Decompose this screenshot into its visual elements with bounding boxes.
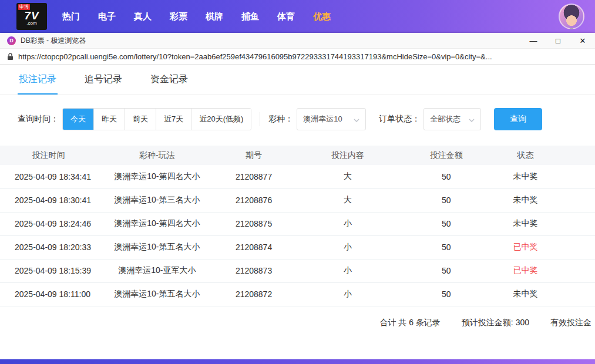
time-filter-button[interactable]: 昨天 (94, 109, 125, 130)
site-logo[interactable]: 申博 7V .com (16, 3, 47, 30)
maximize-button[interactable]: □ (546, 33, 570, 48)
tab[interactable]: 资金记录 (149, 66, 189, 95)
site-header: 申博 7V .com 热门电子真人彩票棋牌捕鱼体育优惠 (0, 0, 595, 33)
logo-text: 7V (24, 11, 39, 21)
column-header: 投注时间 (0, 146, 97, 165)
table-row: 2025-04-09 18:15:39澳洲幸运10-亚军大小21208873小5… (0, 259, 595, 282)
filter-divider (260, 112, 260, 126)
tab[interactable]: 投注记录 (18, 66, 58, 95)
tab[interactable]: 追号记录 (83, 66, 123, 95)
cell-bet-amount: 50 (405, 212, 488, 235)
cell-status: 未中奖 (488, 188, 564, 212)
column-header: 彩种-玩法 (97, 146, 217, 165)
screen: 申博 7V .com 热门电子真人彩票棋牌捕鱼体育优惠 D DB彩票 - 极速浏… (0, 0, 595, 364)
nav-item[interactable]: 棋牌 (206, 11, 223, 22)
cell-bet-time: 2025-04-09 18:20:33 (0, 235, 97, 259)
lottery-select[interactable]: 澳洲幸运10 (297, 108, 366, 130)
search-button[interactable]: 查询 (494, 108, 542, 130)
cell-bet-time: 2025-04-09 18:11:00 (0, 282, 97, 306)
order-status-select[interactable]: 全部状态 (423, 108, 481, 130)
time-filter-button[interactable]: 今天 (63, 109, 94, 130)
cell-status: 未中奖 (488, 212, 564, 235)
user-avatar[interactable] (559, 4, 584, 29)
cell-bet-content: 小 (290, 235, 405, 259)
nav-item[interactable]: 真人 (134, 11, 152, 22)
cell-filler (563, 259, 595, 282)
cell-issue-number: 21208875 (217, 212, 291, 235)
cell-issue-number: 21208872 (217, 282, 291, 306)
browser-window: D DB彩票 - 极速浏览器 — □ ✕ https://ctopcp02pca… (0, 33, 595, 359)
cell-bet-content: 大 (290, 188, 405, 212)
browser-titlebar: D DB彩票 - 极速浏览器 — □ ✕ (0, 33, 595, 49)
table-row: 2025-04-09 18:11:00澳洲幸运10-第五名大小21208872小… (0, 282, 595, 306)
cell-bet-content: 大 (290, 165, 405, 188)
cell-filler (563, 212, 595, 235)
column-header: 期号 (217, 146, 291, 165)
cell-game-play: 澳洲幸运10-第五名大小 (97, 282, 217, 306)
nav-item[interactable]: 优惠 (313, 11, 331, 22)
logo-badge: 申博 (18, 4, 30, 10)
cell-game-play: 澳洲幸运10-第三名大小 (97, 188, 217, 212)
cell-issue-number: 21208874 (217, 235, 291, 259)
status-select-value: 全部状态 (430, 114, 460, 124)
cell-bet-amount: 50 (405, 235, 488, 259)
time-filter-label: 查询时间： (18, 114, 59, 124)
table-summary: 合计 共 6 条记录 预计投注金额: 300 有效投注金 (0, 306, 595, 339)
cell-status: 已中奖 (488, 259, 564, 282)
summary-total-records: 合计 共 6 条记录 (379, 318, 440, 328)
summary-expected-amount: 预计投注金额: 300 (462, 318, 529, 328)
time-filter-button[interactable]: 近20天(低频) (191, 109, 251, 130)
browser-app-icon: D (7, 36, 16, 45)
cell-bet-time: 2025-04-09 18:34:41 (0, 165, 97, 188)
logo-suffix: .com (26, 21, 36, 26)
window-title: DB彩票 - 极速浏览器 (21, 36, 86, 46)
page-filler (0, 339, 595, 360)
nav-item[interactable]: 彩票 (170, 11, 187, 22)
table-header-row: 投注时间彩种-玩法期号投注内容投注金额状态 (0, 146, 595, 165)
nav-item[interactable]: 捕鱼 (241, 11, 259, 22)
time-filter-button[interactable]: 前天 (125, 109, 156, 130)
cell-game-play: 澳洲幸运10-第四名大小 (97, 212, 217, 235)
cell-filler (563, 188, 595, 212)
cell-issue-number: 21208873 (217, 259, 291, 282)
cell-bet-amount: 50 (405, 259, 488, 282)
nav-item[interactable]: 热门 (62, 11, 80, 22)
lottery-filter-label: 彩种： (268, 114, 293, 124)
summary-valid-amount: 有效投注金 (550, 318, 591, 328)
url-text: https://ctopcp02pcali.uengi5e.com/lotter… (18, 52, 492, 61)
column-header: 投注内容 (290, 146, 405, 165)
cell-bet-amount: 50 (405, 165, 488, 188)
time-filter-button[interactable]: 近7天 (156, 109, 191, 130)
filter-bar: 查询时间： 今天昨天前天近7天近20天(低频) 彩种： 澳洲幸运10 订单状态：… (0, 95, 595, 146)
table-body: 2025-04-09 18:34:41澳洲幸运10-第四名大小21208877大… (0, 165, 595, 306)
cell-bet-content: 小 (290, 282, 405, 306)
nav-item[interactable]: 电子 (98, 11, 116, 22)
cell-status: 已中奖 (488, 235, 564, 259)
cell-filler (563, 165, 595, 188)
cell-bet-time: 2025-04-09 18:24:46 (0, 212, 97, 235)
page-bottom-gradient (0, 359, 595, 364)
cell-bet-amount: 50 (405, 282, 488, 306)
column-header: 投注金额 (405, 146, 488, 165)
lottery-select-value: 澳洲幸运10 (303, 114, 342, 124)
address-bar[interactable]: https://ctopcp02pcali.uengi5e.com/lotter… (0, 49, 595, 65)
column-header: 状态 (488, 146, 564, 165)
nav-item[interactable]: 体育 (277, 11, 295, 22)
record-tabs: 投注记录追号记录资金记录 (0, 66, 595, 95)
site-nav: 热门电子真人彩票棋牌捕鱼体育优惠 (62, 11, 559, 22)
table-row: 2025-04-09 18:34:41澳洲幸运10-第四名大小21208877大… (0, 165, 595, 188)
lock-icon (7, 53, 14, 60)
table-row: 2025-04-09 18:20:33澳洲幸运10-第五名大小21208874小… (0, 235, 595, 259)
chevron-down-icon (469, 115, 475, 124)
cell-bet-time: 2025-04-09 18:15:39 (0, 259, 97, 282)
cell-bet-content: 小 (290, 212, 405, 235)
minimize-button[interactable]: — (521, 33, 546, 48)
cell-game-play: 澳洲幸运10-亚军大小 (97, 259, 217, 282)
cell-status: 未中奖 (488, 282, 564, 306)
close-button[interactable]: ✕ (570, 33, 595, 48)
lottery-page: 投注记录追号记录资金记录 查询时间： 今天昨天前天近7天近20天(低频) 彩种：… (0, 65, 595, 359)
table-row: 2025-04-09 18:30:41澳洲幸运10-第三名大小21208876大… (0, 188, 595, 212)
bet-records-table: 投注时间彩种-玩法期号投注内容投注金额状态 2025-04-09 18:34:4… (0, 146, 595, 306)
cell-bet-content: 小 (290, 259, 405, 282)
time-filter-group: 今天昨天前天近7天近20天(低频) (62, 108, 251, 130)
